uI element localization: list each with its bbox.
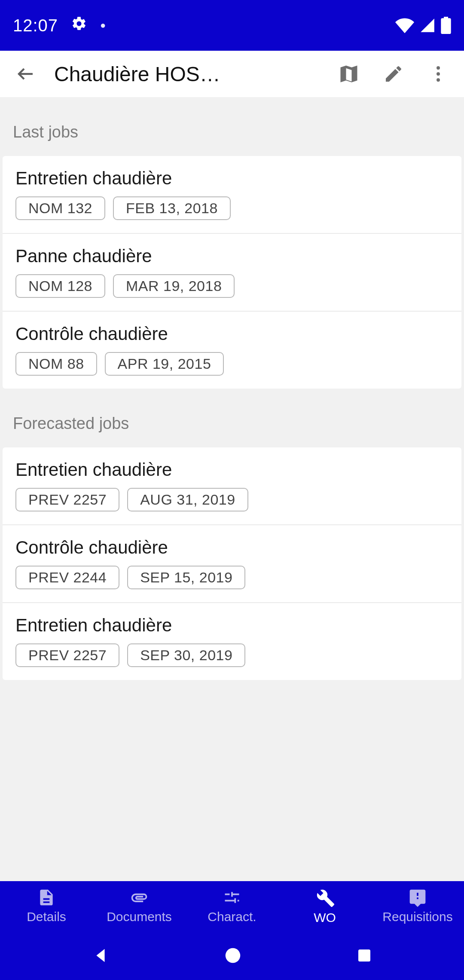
list-item[interactable]: Panne chaudière NOM 128 MAR 19, 2018 — [3, 234, 461, 312]
code-chip: PREV 2257 — [15, 643, 119, 667]
more-button[interactable] — [418, 53, 459, 95]
dot-icon: ● — [100, 20, 106, 31]
last-jobs-card: Entretien chaudière NOM 132 FEB 13, 2018… — [3, 156, 461, 389]
gear-icon — [71, 15, 87, 36]
alert-icon — [408, 888, 427, 907]
status-right — [395, 16, 451, 35]
list-item[interactable]: Contrôle chaudière PREV 2244 SEP 15, 201… — [3, 525, 461, 603]
edit-button[interactable] — [373, 53, 414, 95]
code-chip: NOM 88 — [15, 352, 97, 376]
code-chip: PREV 2257 — [15, 488, 119, 511]
list-item[interactable]: Entretien chaudière PREV 2257 AUG 31, 20… — [3, 447, 461, 525]
sys-recent-button[interactable] — [355, 946, 373, 965]
date-chip: APR 19, 2015 — [105, 352, 224, 376]
sys-home-button[interactable] — [223, 946, 243, 965]
tab-details[interactable]: Details — [0, 881, 93, 931]
status-bar: 12:07 ● — [0, 0, 464, 51]
job-title: Panne chaudière — [15, 246, 449, 266]
svg-point-0 — [437, 66, 440, 70]
code-chip: PREV 2244 — [15, 566, 119, 589]
code-chip: NOM 128 — [15, 274, 105, 298]
job-title: Entretien chaudière — [15, 459, 449, 480]
svg-rect-4 — [358, 949, 370, 962]
svg-point-2 — [437, 78, 440, 82]
map-button[interactable] — [328, 53, 369, 95]
document-icon — [37, 888, 56, 907]
section-header-last: Last jobs — [0, 97, 464, 156]
section-header-forecast: Forecasted jobs — [0, 389, 464, 447]
tab-requisitions[interactable]: Requisitions — [371, 881, 464, 931]
date-chip: SEP 30, 2019 — [127, 643, 245, 667]
battery-icon — [441, 17, 451, 34]
wifi-icon — [395, 16, 414, 35]
tab-label: Documents — [107, 910, 172, 924]
content-area: Last jobs Entretien chaudière NOM 132 FE… — [0, 97, 464, 881]
tab-label: Details — [27, 910, 66, 924]
list-item[interactable]: Entretien chaudière NOM 132 FEB 13, 2018 — [3, 156, 461, 234]
list-item[interactable]: Entretien chaudière PREV 2257 SEP 30, 20… — [3, 603, 461, 680]
code-chip: NOM 132 — [15, 196, 105, 220]
svg-point-1 — [437, 72, 440, 76]
sliders-icon — [223, 888, 241, 907]
date-chip: FEB 13, 2018 — [113, 196, 231, 220]
tab-label: WO — [314, 910, 336, 925]
attachment-icon — [130, 888, 149, 907]
wrench-icon — [314, 887, 335, 908]
status-left: 12:07 ● — [13, 15, 106, 36]
svg-point-3 — [226, 948, 241, 963]
status-time: 12:07 — [13, 16, 58, 35]
tab-label: Requisitions — [382, 910, 452, 924]
tab-documents[interactable]: Documents — [93, 881, 186, 931]
tab-wo[interactable]: WO — [278, 881, 371, 931]
tab-charact[interactable]: Charact. — [186, 881, 278, 931]
list-item[interactable]: Contrôle chaudière NOM 88 APR 19, 2015 — [3, 312, 461, 389]
signal-icon — [419, 17, 436, 34]
forecast-jobs-card: Entretien chaudière PREV 2257 AUG 31, 20… — [3, 447, 461, 680]
job-title: Contrôle chaudière — [15, 537, 449, 558]
page-title: Chaudière HOS… — [50, 62, 325, 86]
back-button[interactable] — [5, 53, 46, 95]
date-chip: MAR 19, 2018 — [113, 274, 235, 298]
bottom-nav: Details Documents Charact. WO Requisitio… — [0, 881, 464, 931]
job-title: Entretien chaudière — [15, 168, 449, 189]
date-chip: SEP 15, 2019 — [127, 566, 245, 589]
tab-label: Charact. — [208, 910, 256, 924]
system-nav — [0, 931, 464, 980]
sys-back-button[interactable] — [91, 946, 110, 965]
app-bar: Chaudière HOS… — [0, 51, 464, 97]
job-title: Contrôle chaudière — [15, 324, 449, 344]
job-title: Entretien chaudière — [15, 615, 449, 636]
date-chip: AUG 31, 2019 — [127, 488, 248, 511]
